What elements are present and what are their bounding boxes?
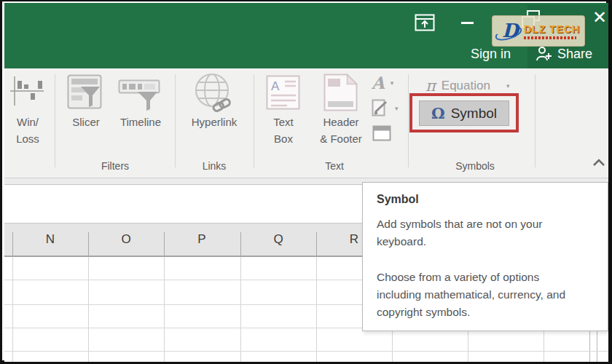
- gridline-vertical: [240, 257, 241, 362]
- column-header-p[interactable]: P: [164, 232, 240, 247]
- object-button[interactable]: [372, 125, 391, 141]
- equation-dropdown-caret-icon: ▾: [506, 82, 510, 90]
- timeline-icon: [118, 75, 162, 111]
- watermark-logo-icon: D: [497, 19, 520, 44]
- text-group-label: Text: [294, 160, 374, 172]
- watermark-badge: D DLZ TECH: [492, 15, 585, 47]
- gridline-vertical: [12, 257, 13, 362]
- group-separator: [55, 74, 55, 167]
- win-loss-label: Win/ Loss: [9, 114, 47, 147]
- gridline-vertical: [88, 257, 89, 362]
- share-button[interactable]: Share: [536, 45, 592, 63]
- object-icon: [372, 125, 391, 141]
- tooltip-paragraph: Choose from a variety of options includi…: [377, 269, 568, 321]
- win-loss-button[interactable]: [10, 75, 45, 107]
- column-header-q[interactable]: Q: [240, 232, 316, 247]
- group-separator: [254, 74, 254, 167]
- wordart-button[interactable]: A ▾: [372, 74, 393, 91]
- symbol-button[interactable]: Ω Symbol: [419, 100, 509, 126]
- text-box-label: Text Box: [265, 114, 302, 147]
- ribbon: Win/ Loss Slicer: [4, 68, 608, 178]
- group-separator: [175, 74, 176, 167]
- slicer-button[interactable]: [67, 74, 103, 111]
- signature-line-button[interactable]: ▾: [372, 99, 399, 118]
- links-group-label: Links: [185, 160, 243, 172]
- win-loss-sparkline-icon: [10, 75, 45, 107]
- hyperlink-globe-icon: [192, 72, 236, 114]
- header-footer-icon: [323, 74, 358, 111]
- header-footer-button[interactable]: [323, 74, 358, 111]
- close-button[interactable]: ✕: [587, 6, 612, 29]
- gridline-vertical: [164, 257, 165, 362]
- tooltip-title: Symbol: [377, 193, 600, 206]
- hyperlink-button[interactable]: [192, 72, 236, 114]
- svg-text:A: A: [271, 79, 280, 93]
- equation-label: Equation: [442, 79, 490, 93]
- symbol-tooltip: Symbol Add symbols that are not on your …: [362, 182, 608, 331]
- text-box-icon: A: [266, 75, 301, 111]
- watermark-brand: DLZ TECH: [524, 23, 580, 35]
- gridline-vertical: [316, 257, 317, 362]
- symbols-group-label: Symbols: [434, 160, 516, 172]
- pi-icon: π: [425, 77, 436, 95]
- timeline-button[interactable]: [118, 75, 162, 111]
- close-icon: ✕: [592, 7, 607, 28]
- header-footer-label: Header & Footer: [315, 114, 367, 147]
- equation-button[interactable]: π Equation ▾: [425, 77, 509, 95]
- excel-window: ✕ Sign in Share D: [2, 1, 606, 360]
- symbol-label: Symbol: [451, 106, 497, 122]
- omega-icon: Ω: [431, 104, 445, 122]
- column-header-n[interactable]: N: [12, 232, 88, 247]
- group-separator: [408, 74, 409, 167]
- gridline-horizontal: [4, 351, 608, 352]
- filters-group-label: Filters: [74, 160, 157, 172]
- ribbon-display-options-button[interactable]: [413, 12, 436, 32]
- title-bar: ✕ Sign in Share D: [4, 3, 608, 68]
- wordart-dropdown-caret-icon: ▾: [391, 79, 394, 87]
- tooltip-paragraph: Add symbols that are not on your keyboar…: [377, 215, 568, 250]
- timeline-label: Timeline: [114, 114, 167, 130]
- minimize-button[interactable]: [456, 13, 478, 32]
- signature-line-icon: [372, 99, 389, 118]
- group-separator: [535, 74, 536, 167]
- watermark-tagline: [524, 36, 576, 39]
- ribbon-display-options-icon: [415, 14, 435, 31]
- share-person-icon: [536, 45, 552, 63]
- watermark-logo-letter: D: [502, 20, 519, 41]
- slicer-icon: [67, 74, 103, 111]
- column-header-o[interactable]: O: [88, 232, 164, 247]
- screenshot-frame: ✕ Sign in Share D: [0, 0, 612, 364]
- text-box-button[interactable]: A: [266, 75, 301, 111]
- share-label: Share: [557, 47, 592, 62]
- sign-in-button[interactable]: Sign in: [471, 47, 511, 62]
- chevron-up-icon: [592, 158, 607, 167]
- slicer-label: Slicer: [65, 114, 107, 130]
- minimize-icon: [461, 22, 474, 24]
- hyperlink-label: Hyperlink: [185, 114, 243, 130]
- collapse-ribbon-button[interactable]: [592, 158, 607, 168]
- signature-dropdown-caret-icon: ▾: [395, 105, 399, 112]
- wordart-icon: A: [372, 74, 385, 91]
